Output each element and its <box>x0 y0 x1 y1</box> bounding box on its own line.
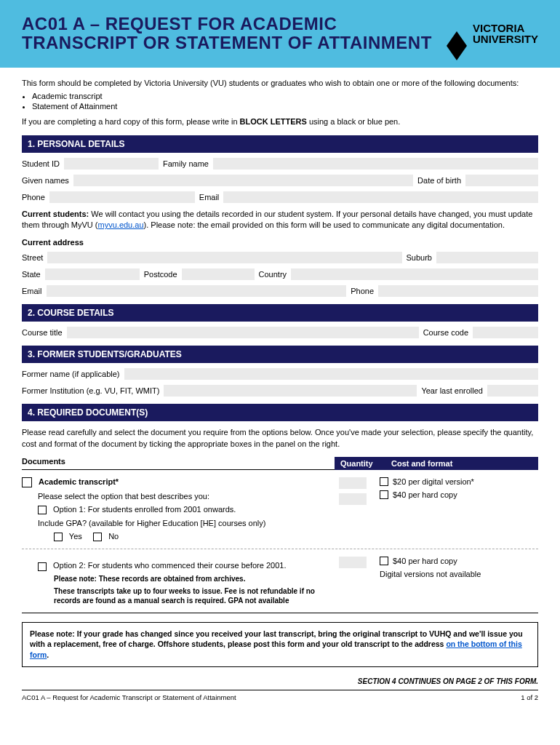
course-code-label: Course code <box>423 328 468 337</box>
page-footer: AC01 A – Request for Academic Transcript… <box>22 690 538 701</box>
footer-page-number: 1 of 2 <box>521 693 538 701</box>
street-label: Street <box>22 253 43 262</box>
dob-label: Date of birth <box>417 176 461 185</box>
cost-hard-2-checkbox[interactable] <box>380 557 388 565</box>
intro-bullet-1: Academic transcript <box>32 92 538 100</box>
gpa-yes-checkbox[interactable] <box>54 533 63 541</box>
country-input[interactable] <box>291 268 538 280</box>
quantity-input-3[interactable] <box>339 557 367 568</box>
section-3-header: 3. FORMER STUDENTS/GRADUATES <box>22 346 538 363</box>
postcode-label: Postcode <box>144 270 177 279</box>
form-title: AC01 A – REQUEST FOR ACADEMIC TRANSCRIPT… <box>22 15 432 53</box>
quantity-input-2[interactable] <box>339 493 367 505</box>
street-input[interactable] <box>47 252 401 263</box>
dob-input[interactable] <box>465 175 538 186</box>
academic-transcript-label: Academic transcript* <box>39 477 119 486</box>
cost-hard-1-checkbox[interactable] <box>380 490 388 499</box>
logo-text: VICTORIA UNIVERSITY <box>473 23 538 44</box>
option-2-label: Option 2: For students who commenced the… <box>53 561 286 570</box>
email2-label: Email <box>22 287 42 295</box>
include-gpa-label: Include GPA? (available for Higher Educa… <box>38 519 327 527</box>
cost-digital-label: $20 per digital version* <box>393 477 474 486</box>
section-1-header: 1. PERSONAL DETAILS <box>22 135 538 153</box>
given-names-label: Given names <box>22 176 69 185</box>
former-institution-input[interactable] <box>164 385 417 397</box>
given-names-input[interactable] <box>73 175 413 186</box>
please-note-box: Please note: If your grade has changed s… <box>22 622 538 667</box>
email2-input[interactable] <box>47 285 347 297</box>
col-quantity: Quantity <box>340 459 391 468</box>
intro-bullet-2: Statement of Attainment <box>32 102 538 111</box>
option-1-label: Option 1: For students enrolled from 200… <box>53 505 236 514</box>
academic-transcript-checkbox[interactable] <box>22 477 32 487</box>
current-students-note: Current students: We will contact you us… <box>22 209 538 231</box>
course-code-input[interactable] <box>473 327 538 338</box>
gpa-yes-label: Yes <box>69 532 82 541</box>
suburb-input[interactable] <box>436 252 538 263</box>
former-name-input[interactable] <box>124 368 539 380</box>
phone-input[interactable] <box>49 191 195 203</box>
section-2-header: 2. COURSE DETAILS <box>22 304 538 322</box>
diamond-icon <box>447 21 467 46</box>
option-2-checkbox[interactable] <box>38 562 47 571</box>
option-1-checkbox[interactable] <box>38 506 47 514</box>
cost-digital-checkbox[interactable] <box>380 477 388 486</box>
phone-label: Phone <box>22 193 45 202</box>
suburb-label: Suburb <box>407 253 432 262</box>
footer-doc-title: AC01 A – Request for Academic Transcript… <box>22 693 236 701</box>
col-documents: Documents <box>22 457 335 470</box>
required-intro: Please read carefully and select the doc… <box>22 427 538 450</box>
former-name-label: Former name (if applicable) <box>22 370 120 378</box>
year-last-enrolled-label: Year last enrolled <box>421 386 483 395</box>
intro-block: This form should be completed by Victori… <box>22 78 538 128</box>
digital-na-label: Digital versions not available <box>380 570 538 578</box>
section-continues-note: SECTION 4 CONTINUES ON PAGE 2 OF THIS FO… <box>22 677 538 685</box>
current-address-heading: Current address <box>22 238 538 247</box>
title-line-1: AC01 A – REQUEST FOR ACADEMIC <box>22 15 432 33</box>
section-4-header: 4. REQUIRED DOCUMENT(S) <box>22 404 538 421</box>
email-input[interactable] <box>223 191 538 203</box>
hardcopy-note: If you are completing a hard copy of thi… <box>22 116 538 127</box>
course-title-input[interactable] <box>67 327 419 338</box>
student-id-label: Student ID <box>22 159 60 168</box>
title-line-2: TRANSCRIPT OR STATEMENT OF ATTAINMENT <box>22 33 432 52</box>
page-header: AC01 A – REQUEST FOR ACADEMIC TRANSCRIPT… <box>0 0 560 68</box>
former-institution-label: Former Institution (e.g. VU, FIT, WMIT) <box>22 386 159 395</box>
phone2-input[interactable] <box>378 285 538 297</box>
state-input[interactable] <box>45 268 140 280</box>
country-label: Country <box>259 270 287 279</box>
gpa-no-checkbox[interactable] <box>93 533 102 541</box>
option-2-note-2: These transcripts take up to four weeks … <box>54 586 327 605</box>
option-2-note-1: Please note: These records are obtained … <box>54 574 327 583</box>
cost-hard-1-label: $40 per hard copy <box>393 490 457 499</box>
postcode-input[interactable] <box>182 268 255 280</box>
university-logo: VICTORIA UNIVERSITY <box>447 21 538 46</box>
col-cost: Cost and format <box>391 459 452 468</box>
myvu-link[interactable]: myvu.edu.au <box>98 220 144 229</box>
please-select-text: Please select the option that best descr… <box>38 492 327 501</box>
student-id-input[interactable] <box>64 158 159 170</box>
year-last-enrolled-input[interactable] <box>487 385 538 397</box>
family-name-label: Family name <box>163 159 209 168</box>
phone2-label: Phone <box>351 287 374 295</box>
family-name-input[interactable] <box>213 158 538 170</box>
intro-text: This form should be completed by Victori… <box>22 78 538 89</box>
course-title-label: Course title <box>22 328 63 337</box>
email-label: Email <box>199 193 220 202</box>
gpa-no-label: No <box>108 532 119 541</box>
quantity-input-1[interactable] <box>339 477 367 489</box>
state-label: State <box>22 270 41 279</box>
cost-hard-2-label: $40 per hard copy <box>393 557 457 565</box>
